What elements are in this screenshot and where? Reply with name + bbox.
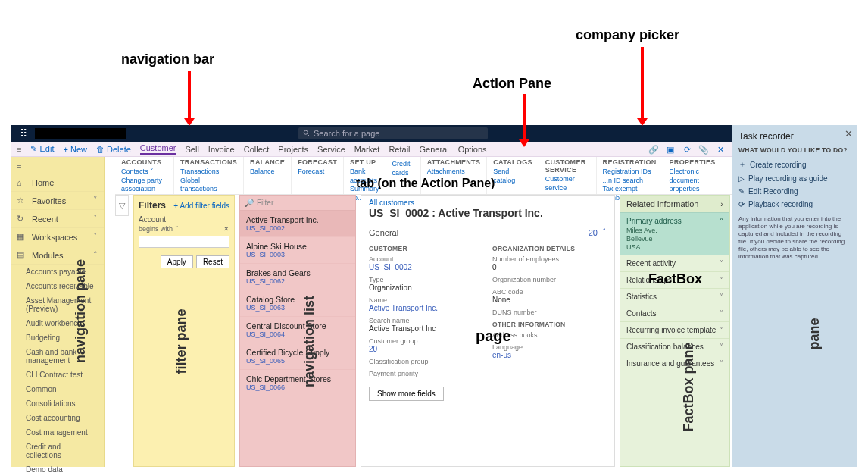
ann-filterpane: filter pane (173, 308, 189, 374)
link-icon[interactable]: 🔗 (648, 144, 659, 155)
arrow-navbar (188, 71, 191, 120)
factbox-header[interactable]: Related information› (620, 196, 729, 212)
factbox-primary-address[interactable]: Primary address˄ Miles Ave. Bellevue USA (620, 212, 729, 255)
list-item[interactable]: Catalog StoreUS_SI_0063 (240, 290, 355, 317)
edit-button[interactable]: ✎ Edit (30, 144, 54, 154)
filter-operator[interactable]: begins with ˅ (139, 225, 179, 233)
tab-options[interactable]: Options (458, 145, 487, 154)
factbox-row[interactable]: Recent activity˅ (620, 255, 729, 271)
playback-recording-link[interactable]: ⟳Playback recording (738, 198, 851, 211)
chevron-right-icon: › (720, 199, 723, 208)
module-item[interactable]: Accounts receivable (11, 279, 104, 293)
module-item[interactable]: Credit and collections (11, 440, 104, 462)
tab-customer[interactable]: Customer (140, 143, 176, 155)
svg-point-0 (304, 130, 308, 134)
tab-general[interactable]: General (420, 145, 449, 154)
group-accounts: ACCOUNTS (121, 158, 167, 166)
list-filter[interactable]: 🔎Filter (240, 196, 355, 211)
ann-pane: pane (807, 318, 823, 349)
navigation-bar: ⠿ Search for a page USSI 🔔 ⚙ ? (11, 125, 857, 142)
search-icon (303, 130, 311, 137)
nav-home[interactable]: ⌂Home (11, 174, 104, 192)
task-subtitle: WHAT WOULD YOU LIKE TO DO? (738, 146, 851, 154)
factbox-row[interactable]: Contacts˅ (620, 305, 729, 321)
factbox-row[interactable]: Classification balances˅ (620, 338, 729, 355)
module-item[interactable]: Cost accounting (11, 411, 104, 425)
tab-market[interactable]: Market (354, 145, 380, 154)
ann-company: company picker (576, 27, 679, 43)
tab-projects[interactable]: Projects (278, 145, 308, 154)
close-icon[interactable]: ✕ (845, 128, 853, 139)
show-more-button[interactable]: Show more fields (369, 387, 444, 401)
list-item[interactable]: Brakes and GearsUS_SI_0062 (240, 264, 355, 290)
attach-icon[interactable]: 📎 (698, 144, 709, 155)
apply-button[interactable]: Apply (161, 255, 193, 268)
module-item[interactable]: Consolidations (11, 396, 104, 411)
task-title: Task recorder (738, 131, 851, 142)
filter-field-label: Account (139, 215, 229, 224)
play-icon: ▷ (738, 174, 745, 183)
ann-navlist: navigation list (301, 296, 317, 387)
arrow-actionpane (523, 94, 526, 141)
menu-icon[interactable]: ≡ (17, 145, 21, 154)
ann-actionpane: Action Pane (473, 76, 551, 92)
module-item[interactable]: Cost management (11, 425, 104, 440)
search-placeholder: Search for a page (314, 129, 379, 138)
filter-title: Filters (139, 200, 166, 211)
section-general[interactable]: General 20˄ (361, 224, 614, 240)
list-item[interactable]: Certified Bicycle SupplyUS_SI_0065 (240, 343, 355, 370)
module-item[interactable]: Asset Management (Preview) (11, 293, 104, 316)
tab-retail[interactable]: Retail (389, 145, 410, 154)
office-icon[interactable]: ▣ (665, 144, 676, 155)
new-button[interactable]: + New (63, 145, 87, 154)
task-recorder-pane: ✕ Task recorder WHAT WOULD YOU LIKE TO D… (732, 125, 857, 467)
delete-button[interactable]: 🗑 Delete (96, 145, 131, 154)
nav-recent[interactable]: ↻Recent˅ (11, 210, 104, 228)
create-recording-link[interactable]: ＋Create recording (738, 157, 851, 172)
app-launcher-icon[interactable]: ⠿ (15, 127, 32, 139)
factbox-row[interactable]: Statistics˅ (620, 288, 729, 305)
nav-workspaces[interactable]: ▦Workspaces˅ (11, 228, 104, 246)
task-note: Any information that you enter into the … (738, 215, 851, 261)
global-search[interactable]: Search for a page (298, 127, 488, 139)
list-item[interactable]: Chic Department StoresUS_SI_0066 (240, 370, 355, 396)
action-pane: ≡ ✎ Edit + New 🗑 Delete Customer Sell In… (11, 142, 732, 157)
breadcrumb[interactable]: All customers (361, 196, 614, 207)
redacted-area (35, 128, 126, 139)
module-item[interactable]: Demo data (11, 462, 104, 476)
edit-recording-link[interactable]: ✎Edit Recording (738, 185, 851, 198)
tab-service[interactable]: Service (317, 145, 345, 154)
list-item[interactable]: Active Transport Inc.US_SI_0002 (240, 211, 355, 237)
module-item[interactable]: Audit workbench (11, 316, 104, 330)
arrow-company (641, 47, 644, 120)
list-item[interactable]: Alpine Ski HouseUS_SI_0003 (240, 237, 355, 264)
nav-favorites[interactable]: ☆Favorites˅ (11, 192, 104, 210)
ann-navbar: navigation bar (121, 52, 214, 67)
list-item[interactable]: Central Discount StoreUS_SI_0064 (240, 317, 355, 343)
ann-tab: tab (on the Action Pane) (356, 177, 495, 190)
add-filter-button[interactable]: + Add filter fields (173, 202, 229, 210)
clear-icon[interactable]: ✕ (223, 225, 229, 233)
ann-factbox: FactBox (648, 271, 702, 287)
filter-rail[interactable]: ▽ (115, 195, 129, 216)
factbox-row[interactable]: Recurring invoice template˅ (620, 321, 729, 338)
tab-invoice[interactable]: Invoice (208, 145, 235, 154)
nav-modules[interactable]: ▤Modules˄ (11, 246, 104, 265)
module-item[interactable]: CLI Contract test (11, 368, 104, 382)
module-item[interactable]: Budgeting (11, 330, 104, 345)
filter-input[interactable] (139, 236, 229, 248)
chevron-up-icon: ˄ (720, 217, 723, 225)
module-item[interactable]: Common (11, 382, 104, 396)
tab-collect[interactable]: Collect (244, 145, 270, 154)
reset-button[interactable]: Reset (196, 255, 229, 268)
factbox-row[interactable]: Insurance and guarantees˅ (620, 355, 729, 371)
module-item[interactable]: Cash and bank management (11, 345, 104, 368)
refresh-icon[interactable]: ⟳ (682, 144, 692, 155)
tab-sell[interactable]: Sell (186, 145, 199, 154)
play-recording-link[interactable]: ▷Play recording as guide (738, 172, 851, 185)
factbox-pane: Related information› Primary address˄ Mi… (620, 195, 730, 467)
ann-navpane: navigation pane (73, 259, 89, 363)
close-icon[interactable]: ✕ (715, 144, 726, 155)
nav-burger[interactable]: ≡ (11, 157, 104, 174)
module-item[interactable]: Accounts payable (11, 265, 104, 279)
